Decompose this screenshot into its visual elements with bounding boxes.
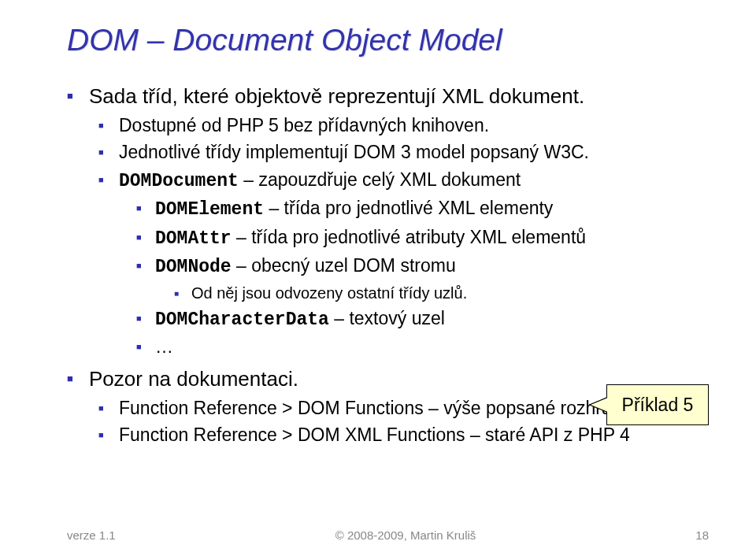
bullet-text: Dostupné od PHP 5 bez přídavných knihove… <box>119 112 489 139</box>
square-bullet-icon: ■ <box>67 89 89 103</box>
list-item: ■Function Reference > DOM XML Functions … <box>98 421 709 449</box>
list-item: ■DOMAttr – třída pro jednotlivé atributy… <box>136 224 709 253</box>
bullet-text: DOMNode – obecný uzel DOM stromu <box>155 252 456 281</box>
square-bullet-icon: ■ <box>98 119 119 132</box>
code-token: DOMElement <box>155 199 264 220</box>
footer-copyright: © 2008-2009, Martin Kruliš <box>335 528 476 542</box>
code-token: DOMNode <box>155 257 232 277</box>
code-token: DOMCharacterData <box>155 310 329 330</box>
bullet-text: DOMCharacterData – textový uzel <box>155 305 445 334</box>
square-bullet-icon: ■ <box>98 146 119 159</box>
text-fragment: – obecný uzel DOM stromu <box>232 255 456 276</box>
list-item: ■DOMDocument – zapouzdřuje celý XML doku… <box>98 166 709 361</box>
bullet-text: DOMElement – třída pro jednotlivé XML el… <box>155 195 553 224</box>
list-item: ■DOMCharacterData – textový uzel <box>136 305 709 334</box>
text-fragment: – zapouzdřuje celý XML dokument <box>239 169 521 190</box>
list-item: ■Dostupné od PHP 5 bez přídavných knihov… <box>98 112 709 139</box>
slide-footer: verze 1.1 © 2008-2009, Martin Kruliš 18 <box>67 528 709 542</box>
bullet-text: Sada tříd, které objektově reprezentují … <box>89 83 584 110</box>
bullet-text: Pozor na dokumentaci. <box>89 365 298 393</box>
footer-page-number: 18 <box>695 528 709 542</box>
square-bullet-icon: ■ <box>136 202 155 215</box>
square-bullet-icon: ■ <box>98 402 119 415</box>
square-bullet-icon: ■ <box>174 287 191 299</box>
text-fragment: – třída pro jednotlivé atributy XML elem… <box>232 227 586 247</box>
square-bullet-icon: ■ <box>136 312 155 325</box>
callout-text: Příklad 5 <box>622 395 694 416</box>
list-item: ■DOMNode – obecný uzel DOM stromu ■Od ně… <box>136 252 709 305</box>
example-callout: Příklad 5 <box>606 384 709 425</box>
code-token: DOMAttr <box>155 228 232 249</box>
text-fragment: – třída pro jednotlivé XML elementy <box>264 198 553 218</box>
square-bullet-icon: ■ <box>136 340 155 354</box>
bullet-text: … <box>155 333 173 361</box>
list-item: ■DOMElement – třída pro jednotlivé XML e… <box>136 195 709 224</box>
bullet-text: DOMDocument – zapouzdřuje celý XML dokum… <box>119 166 521 195</box>
square-bullet-icon: ■ <box>98 173 119 187</box>
slide: DOM – Document Object Model ■Sada tříd, … <box>0 0 756 556</box>
list-item: ■… <box>136 333 709 361</box>
text-fragment: – textový uzel <box>329 308 445 328</box>
bullet-text: Jednotlivé třídy implementují DOM 3 mode… <box>119 139 589 166</box>
square-bullet-icon: ■ <box>67 372 89 386</box>
square-bullet-icon: ■ <box>98 428 119 442</box>
list-item: ■Jednotlivé třídy implementují DOM 3 mod… <box>98 139 709 166</box>
code-token: DOMDocument <box>119 171 239 191</box>
list-item: ■Sada tříd, které objektově reprezentují… <box>67 83 709 361</box>
square-bullet-icon: ■ <box>136 259 155 272</box>
bullet-text: Function Reference > DOM XML Functions –… <box>119 421 630 449</box>
bullet-text: DOMAttr – třída pro jednotlivé atributy … <box>155 224 586 253</box>
footer-version: verze 1.1 <box>67 528 116 542</box>
bullet-text: Function Reference > DOM Functions – výš… <box>119 395 627 422</box>
bullet-text: Od něj jsou odvozeny ostatní třídy uzlů. <box>191 281 467 305</box>
square-bullet-icon: ■ <box>136 231 155 244</box>
list-item: ■Od něj jsou odvozeny ostatní třídy uzlů… <box>174 281 709 305</box>
slide-title: DOM – Document Object Model <box>67 22 709 59</box>
